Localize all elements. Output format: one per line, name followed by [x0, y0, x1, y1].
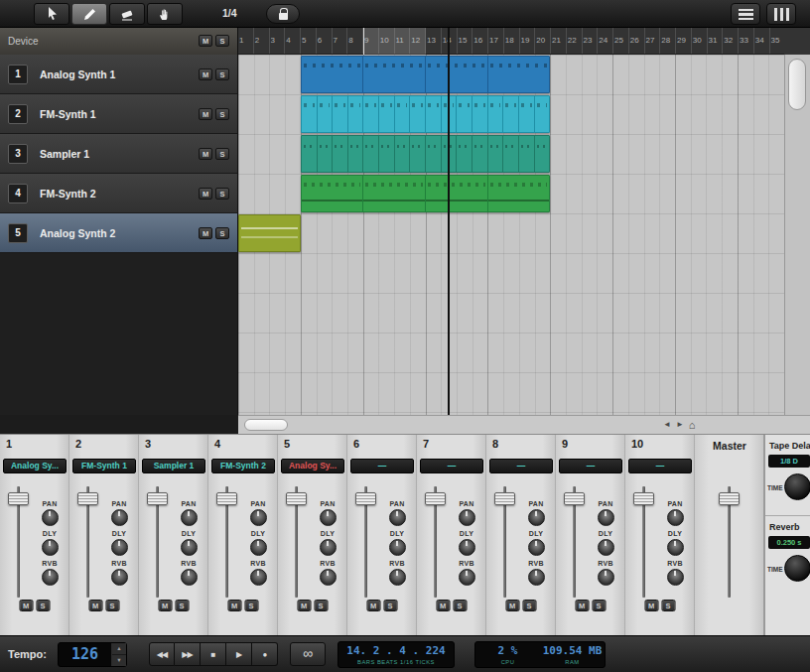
clip-segment[interactable]	[488, 96, 504, 132]
rvb-knob[interactable]	[42, 569, 59, 586]
vertical-scroll-thumb[interactable]	[788, 59, 806, 110]
ruler-bar-26[interactable]: 26	[628, 28, 644, 54]
mute-button[interactable]: M	[199, 227, 212, 239]
master-fader[interactable]	[717, 484, 742, 600]
clip-segment[interactable]	[519, 96, 535, 132]
ruler-bar-1[interactable]: 1	[238, 28, 253, 54]
fader-handle[interactable]	[633, 492, 654, 505]
fader-handle[interactable]	[147, 492, 168, 505]
channel-device-button[interactable]: FM-Synth 1	[72, 459, 136, 473]
mute-button[interactable]: M	[436, 600, 450, 611]
clip[interactable]	[301, 175, 550, 212]
fader-handle[interactable]	[8, 492, 29, 505]
clip-segment[interactable]	[472, 136, 488, 172]
dly-knob[interactable]	[181, 539, 198, 556]
channel-device-button[interactable]: Analog Sy...	[281, 459, 344, 473]
clip-segment[interactable]	[363, 96, 379, 132]
mute-button[interactable]: M	[297, 600, 311, 611]
solo-button[interactable]: S	[314, 600, 328, 611]
solo-button[interactable]: S	[592, 600, 606, 611]
clip-segment[interactable]	[302, 176, 364, 211]
clip[interactable]	[301, 56, 550, 93]
ruler-bar-33[interactable]: 33	[738, 28, 753, 54]
solo-button[interactable]: S	[215, 148, 229, 160]
clip-segment[interactable]	[395, 96, 411, 132]
fader-handle[interactable]	[77, 492, 98, 505]
clip-segment[interactable]	[488, 176, 550, 211]
clip-segment[interactable]	[410, 96, 426, 132]
transport-record-button[interactable]: ●	[252, 642, 278, 666]
tempo-display[interactable]: 126 ▲ ▼	[58, 642, 127, 667]
channel-device-button[interactable]: FM-Synth 2	[211, 459, 275, 473]
playhead-marker[interactable]	[448, 28, 450, 55]
tempo-value[interactable]: 126	[59, 643, 111, 666]
channel-device-button[interactable]: —	[489, 459, 553, 473]
ruler-bar-9[interactable]: 9	[362, 28, 378, 54]
channel-device-button[interactable]: —	[350, 459, 414, 473]
reverb-time-knob[interactable]	[784, 555, 810, 582]
ruler-bar-27[interactable]: 27	[644, 28, 660, 54]
dly-knob[interactable]	[250, 539, 267, 556]
solo-all-button[interactable]: S	[215, 35, 229, 47]
tempo-down-button[interactable]: ▼	[112, 655, 126, 666]
mute-button[interactable]: M	[227, 600, 241, 611]
clip-segment[interactable]	[318, 96, 334, 132]
fader-handle[interactable]	[564, 492, 585, 505]
ruler-bar-31[interactable]: 31	[707, 28, 723, 54]
clip-segment[interactable]	[457, 96, 472, 132]
zoom-home-button[interactable]: ⌂	[689, 417, 696, 433]
dly-knob[interactable]	[111, 539, 128, 556]
ruler-bar-20[interactable]: 20	[534, 28, 550, 54]
pan-knob[interactable]	[667, 509, 684, 526]
channel-device-button[interactable]: Analog Sy...	[3, 459, 67, 473]
mute-button[interactable]: M	[644, 600, 658, 611]
ruler-bar-3[interactable]: 3	[269, 28, 285, 54]
mute-button[interactable]: M	[505, 600, 519, 611]
clip-segment[interactable]	[519, 136, 535, 172]
clip-segment[interactable]	[363, 136, 379, 172]
pan-knob[interactable]	[389, 509, 406, 526]
mute-all-button[interactable]: M	[199, 35, 212, 47]
pan-knob[interactable]	[181, 509, 198, 526]
eraser-tool-button[interactable]	[109, 3, 145, 25]
rvb-knob[interactable]	[181, 569, 198, 586]
transport-fast-forward-button[interactable]: ▶▶	[175, 642, 201, 666]
clip[interactable]	[238, 214, 301, 252]
scroll-right-button[interactable]: ►	[676, 417, 684, 433]
volume-fader[interactable]	[631, 484, 657, 600]
solo-button[interactable]: S	[244, 600, 258, 611]
mute-button[interactable]: M	[575, 600, 589, 611]
rvb-knob[interactable]	[389, 569, 406, 586]
ruler-bar-32[interactable]: 32	[722, 28, 738, 54]
scroll-left-button[interactable]: ◄	[663, 417, 671, 433]
grid-resolution-display[interactable]: 1/4	[222, 7, 237, 19]
ruler-bar-12[interactable]: 12	[409, 28, 425, 54]
pan-knob[interactable]	[528, 509, 545, 526]
clip-segment[interactable]	[333, 136, 348, 172]
solo-button[interactable]: S	[215, 108, 229, 120]
solo-button[interactable]: S	[215, 68, 229, 80]
rvb-knob[interactable]	[459, 569, 475, 586]
solo-button[interactable]: S	[215, 227, 229, 239]
mixer-view-button[interactable]	[766, 3, 796, 25]
ruler-bar-6[interactable]: 6	[316, 28, 332, 54]
clip-segment[interactable]	[410, 136, 426, 172]
ruler-bar-21[interactable]: 21	[550, 28, 566, 54]
mute-button[interactable]: M	[199, 108, 212, 120]
clip-segment[interactable]	[503, 96, 519, 132]
mute-button[interactable]: M	[199, 188, 212, 200]
ruler-bar-8[interactable]: 8	[346, 28, 362, 54]
ruler-bar-30[interactable]: 30	[691, 28, 707, 54]
clip-segment[interactable]	[348, 96, 364, 132]
rvb-knob[interactable]	[320, 569, 337, 586]
pan-knob[interactable]	[320, 509, 337, 526]
clip-segment[interactable]	[426, 96, 442, 132]
dly-knob[interactable]	[320, 539, 337, 556]
clip-segment[interactable]	[426, 136, 442, 172]
tempo-up-button[interactable]: ▲	[112, 643, 126, 655]
solo-button[interactable]: S	[522, 600, 536, 611]
hand-tool-button[interactable]	[147, 3, 183, 25]
ruler-bar-22[interactable]: 22	[566, 28, 582, 54]
lock-button[interactable]	[266, 4, 300, 24]
volume-fader[interactable]	[214, 484, 240, 600]
